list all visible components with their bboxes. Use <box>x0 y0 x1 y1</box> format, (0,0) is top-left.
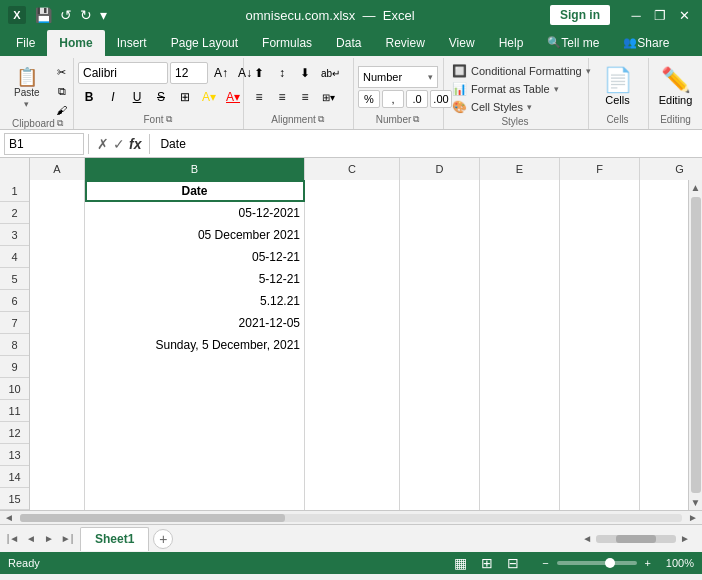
cell-a11[interactable] <box>30 400 85 422</box>
cell-g8[interactable] <box>640 334 688 356</box>
cell-b10[interactable] <box>85 378 305 400</box>
cell-e4[interactable] <box>480 246 560 268</box>
cell-f11[interactable] <box>560 400 640 422</box>
row-header-15[interactable]: 15 <box>0 488 29 510</box>
scroll-left-btn[interactable]: ◄ <box>4 512 14 523</box>
cell-a8[interactable] <box>30 334 85 356</box>
h-scroll-track[interactable] <box>20 514 682 522</box>
increase-decimal-btn[interactable]: .0 <box>406 90 428 108</box>
col-header-e[interactable]: E <box>480 158 560 180</box>
cell-a5[interactable] <box>30 268 85 290</box>
tab-tell-me[interactable]: 🔍 Tell me <box>535 30 611 56</box>
cell-e11[interactable] <box>480 400 560 422</box>
align-right-btn[interactable]: ≡ <box>294 86 316 108</box>
tab-data[interactable]: Data <box>324 30 373 56</box>
editing-button[interactable]: ✏️ Editing <box>653 62 699 110</box>
increase-font-btn[interactable]: A↑ <box>210 62 232 84</box>
row-header-3[interactable]: 3 <box>0 224 29 246</box>
cell-d1[interactable] <box>400 180 480 202</box>
formula-input[interactable] <box>154 137 698 151</box>
cell-f3[interactable] <box>560 224 640 246</box>
align-left-btn[interactable]: ≡ <box>248 86 270 108</box>
cell-d2[interactable] <box>400 202 480 224</box>
cell-f6[interactable] <box>560 290 640 312</box>
zoom-level[interactable]: 100% <box>659 557 694 569</box>
sheet-nav-next[interactable]: ► <box>40 530 58 548</box>
cell-g10[interactable] <box>640 378 688 400</box>
cell-g6[interactable] <box>640 290 688 312</box>
cell-b4[interactable]: 05-12-21 <box>85 246 305 268</box>
cell-g15[interactable] <box>640 488 688 510</box>
align-top-btn[interactable]: ⬆ <box>248 62 270 84</box>
row-header-4[interactable]: 4 <box>0 246 29 268</box>
cell-c13[interactable] <box>305 444 400 466</box>
cell-b8[interactable]: Sunday, 5 December, 2021 <box>85 334 305 356</box>
number-format-dropdown[interactable]: Number ▾ <box>358 66 438 88</box>
cell-c1[interactable] <box>305 180 400 202</box>
zoom-slider[interactable] <box>557 561 637 565</box>
cell-e13[interactable] <box>480 444 560 466</box>
cell-a14[interactable] <box>30 466 85 488</box>
font-expand-btn[interactable]: ⧉ <box>166 114 172 125</box>
row-header-5[interactable]: 5 <box>0 268 29 290</box>
cell-f12[interactable] <box>560 422 640 444</box>
sheet-scroll-track[interactable] <box>596 535 676 543</box>
cell-c8[interactable] <box>305 334 400 356</box>
cell-a7[interactable] <box>30 312 85 334</box>
cell-b5[interactable]: 5-12-21 <box>85 268 305 290</box>
tab-review[interactable]: Review <box>373 30 436 56</box>
restore-btn[interactable]: ❐ <box>650 6 670 24</box>
cell-g9[interactable] <box>640 356 688 378</box>
cell-b7[interactable]: 2021-12-05 <box>85 312 305 334</box>
clipboard-expand-btn[interactable]: ⧉ <box>57 118 63 129</box>
sheet-nav-last[interactable]: ►| <box>58 530 76 548</box>
cell-b9[interactable] <box>85 356 305 378</box>
tab-insert[interactable]: Insert <box>105 30 159 56</box>
cell-c2[interactable] <box>305 202 400 224</box>
cell-g4[interactable] <box>640 246 688 268</box>
cell-c10[interactable] <box>305 378 400 400</box>
cell-f9[interactable] <box>560 356 640 378</box>
row-header-13[interactable]: 13 <box>0 444 29 466</box>
cell-c11[interactable] <box>305 400 400 422</box>
col-header-d[interactable]: D <box>400 158 480 180</box>
cell-b11[interactable]: OmniSecu.com feed your brain <box>85 400 305 422</box>
cell-e2[interactable] <box>480 202 560 224</box>
fx-icon[interactable]: fx <box>129 136 141 152</box>
cell-g2[interactable] <box>640 202 688 224</box>
zoom-minus-btn[interactable]: − <box>542 557 548 569</box>
cell-d13[interactable] <box>400 444 480 466</box>
tab-formulas[interactable]: Formulas <box>250 30 324 56</box>
cell-c5[interactable] <box>305 268 400 290</box>
enter-icon[interactable]: ✓ <box>113 136 125 152</box>
strikethrough-button[interactable]: S <box>150 86 172 108</box>
row-header-7[interactable]: 7 <box>0 312 29 334</box>
cell-c3[interactable] <box>305 224 400 246</box>
format-as-table-btn[interactable]: 📊 Format as Table ▾ <box>448 80 563 98</box>
cell-d8[interactable] <box>400 334 480 356</box>
cell-a1[interactable] <box>30 180 85 202</box>
quick-access-more-btn[interactable]: ▾ <box>97 5 110 25</box>
zoom-plus-btn[interactable]: + <box>645 557 651 569</box>
cut-button[interactable]: ✂ <box>48 64 76 81</box>
align-middle-btn[interactable]: ↕ <box>271 62 293 84</box>
cell-g11[interactable] <box>640 400 688 422</box>
bold-button[interactable]: B <box>78 86 100 108</box>
font-size-input[interactable] <box>170 62 208 84</box>
cell-g1[interactable] <box>640 180 688 202</box>
cell-styles-btn[interactable]: 🎨 Cell Styles ▾ <box>448 98 536 116</box>
cell-f8[interactable] <box>560 334 640 356</box>
col-header-g[interactable]: G <box>640 158 702 180</box>
col-header-a[interactable]: A <box>30 158 85 180</box>
number-expand-btn[interactable]: ⧉ <box>413 114 419 125</box>
sheet-nav-prev[interactable]: ◄ <box>22 530 40 548</box>
cell-f7[interactable] <box>560 312 640 334</box>
cell-c12[interactable] <box>305 422 400 444</box>
cell-b2[interactable]: 05-12-2021 <box>85 202 305 224</box>
row-header-8[interactable]: 8 <box>0 334 29 356</box>
format-painter-button[interactable]: 🖌 <box>48 102 76 118</box>
cell-d14[interactable] <box>400 466 480 488</box>
cell-a15[interactable] <box>30 488 85 510</box>
cell-b3[interactable]: 05 December 2021 <box>85 224 305 246</box>
cell-f14[interactable] <box>560 466 640 488</box>
